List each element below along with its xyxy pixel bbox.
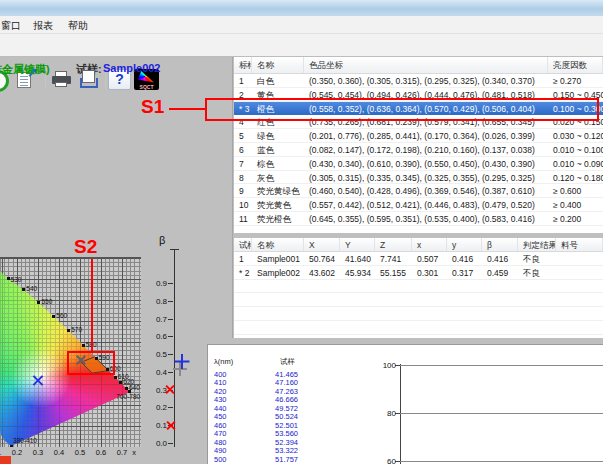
standards-cell: (0.350, 0.360), (0.305, 0.315), (0.295, …: [304, 74, 548, 87]
coating-type-label: 非金属镀膜): [0, 62, 50, 77]
standards-row[interactable]: 1白色(0.350, 0.360), (0.305, 0.315), (0.29…: [234, 74, 603, 88]
standards-table-header: 标样名称色品坐标亮度因数: [234, 57, 603, 74]
samples-col-header[interactable]: X: [304, 238, 340, 251]
beta-tick-label: 0.6: [146, 332, 167, 341]
beta-tick-label: 0.0: [146, 439, 167, 448]
samples-col-header[interactable]: x: [412, 238, 447, 251]
standards-cell: 荧光黄绿色: [252, 184, 304, 197]
standards-cell: 10: [234, 198, 252, 211]
standards-row[interactable]: 5绿色(0.201, 0.776), (0.285, 0.441), (0.17…: [234, 129, 603, 143]
beta-tick-label: 0.7: [146, 315, 167, 324]
beta-tick-label: 0.8: [146, 297, 167, 306]
standards-cell: (0.201, 0.776), (0.285, 0.441), (0.170, …: [304, 129, 548, 142]
standards-row[interactable]: 9荧光黄绿色(0.460, 0.540), (0.428, 0.496), (0…: [234, 184, 603, 198]
wavelength-label: 380-410: [13, 437, 37, 444]
samples-row[interactable]: 1Sample00150.76441.6407.7410.5070.4160.4…: [234, 252, 603, 266]
standards-cell: 白色: [252, 74, 304, 87]
clipped-red-logo: [0, 456, 11, 464]
standards-cell: 0.120 ~ 0.180: [548, 171, 603, 184]
samples-cell: 55.155: [375, 266, 412, 279]
chart-gridline: [400, 461, 603, 462]
standards-cell: (0.430, 0.340), (0.610, 0.390), (0.550, …: [304, 157, 548, 170]
sample-column-header: 试样: [280, 357, 295, 367]
samples-cell: [556, 266, 603, 279]
standards-cell: ≥ 0.200: [548, 212, 603, 225]
spectral-chart-y-axis: [400, 364, 401, 464]
standards-row[interactable]: 8灰色(0.305, 0.315), (0.335, 0.345), (0.32…: [234, 171, 603, 185]
samples-cell: 1: [234, 252, 252, 265]
standards-cell: (0.645, 0.355), (0.595, 0.351), (0.535, …: [304, 212, 548, 225]
samples-cell: Sample002: [252, 266, 304, 279]
standards-row[interactable]: 11荧光橙色(0.645, 0.355), (0.595, 0.351), (0…: [234, 212, 603, 226]
samples-cell: 43.602: [304, 266, 340, 279]
samples-col-header[interactable]: y: [447, 238, 482, 251]
x-axis-tick: 0.5: [72, 448, 88, 457]
chart-tick-label: 80: [376, 409, 396, 418]
standards-cell: 绿色: [252, 129, 304, 142]
beta-tick: [168, 283, 173, 284]
samples-col-header[interactable]: β: [482, 238, 518, 251]
locus-point: [67, 329, 70, 332]
samples-cell: 45.934: [340, 266, 375, 279]
standards-cell: 6: [234, 143, 252, 156]
samples-col-header[interactable]: 料号: [556, 238, 603, 251]
samples-col-header[interactable]: 名称: [252, 238, 304, 251]
beta-tick: [168, 372, 173, 373]
title-bar: [0, 0, 603, 16]
print-button[interactable]: [49, 69, 74, 90]
beta-tick: [168, 407, 173, 408]
standards-cell: 7: [234, 157, 252, 170]
spectral-panel: λ(nm) 试样 40041.46541047.16042047.2634304…: [207, 344, 603, 464]
standards-table: 标样名称色品坐标亮度因数 1白色(0.350, 0.360), (0.305, …: [234, 57, 603, 233]
menu-window[interactable]: 窗口: [1, 19, 21, 33]
beta-tick: [168, 354, 173, 355]
beta-tick-label: 0.1: [146, 421, 167, 430]
samples-row[interactable]: * 2Sample00243.60245.93455.1550.3010.317…: [234, 266, 603, 280]
samples-empty-row: [234, 293, 603, 307]
beta-tick-label: 0.3: [146, 386, 167, 395]
standards-col-header[interactable]: 亮度因数: [548, 57, 603, 73]
x-axis-label: x: [128, 448, 140, 457]
samples-cell: 0.416: [482, 252, 518, 265]
standards-cell: ≥ 0.400: [548, 198, 603, 211]
samples-empty-row: [234, 280, 603, 294]
locus-point: [10, 445, 13, 447]
standards-row[interactable]: 7棕色(0.430, 0.340), (0.610, 0.390), (0.55…: [234, 157, 603, 171]
standards-cell: 1: [234, 74, 252, 87]
beta-tick-label: 0.2: [146, 403, 167, 412]
samples-col-header[interactable]: Z: [375, 238, 412, 251]
standards-cell: 荧光橙色: [252, 212, 304, 225]
standards-cell: 棕色: [252, 157, 304, 170]
samples-cell: Sample001: [252, 252, 304, 265]
samples-col-header[interactable]: 试样: [234, 238, 252, 251]
standards-cell: 11: [234, 212, 252, 225]
reflectance-value: 53.560: [263, 430, 298, 438]
wavelength-column-header: λ(nm): [214, 357, 233, 366]
standards-cell: (0.305, 0.315), (0.335, 0.345), (0.325, …: [304, 171, 548, 184]
s1-annotation: S1: [141, 96, 164, 118]
standards-cell: 0.030 ~ 0.120: [548, 129, 603, 142]
samples-cell: 不良: [518, 252, 556, 265]
beta-tick: [168, 301, 173, 302]
beta-tick: [168, 336, 173, 337]
s1-callout-line: [169, 108, 206, 110]
standards-row[interactable]: 6蓝色(0.082, 0.147), (0.172, 0.198), (0.21…: [234, 143, 603, 157]
wavelength-label: 540: [26, 285, 37, 292]
samples-col-header[interactable]: Y: [340, 238, 375, 251]
standards-row[interactable]: 10荧光黄色(0.557, 0.442), (0.512, 0.421), (0…: [234, 198, 603, 212]
wavelength-label: 700-780: [116, 393, 140, 400]
standards-col-header[interactable]: 标样: [234, 57, 252, 73]
standards-cell: (0.557, 0.442), (0.512, 0.421), (0.446, …: [304, 198, 548, 211]
beta-axis-label: β: [159, 234, 165, 246]
samples-cell: 不良: [518, 266, 556, 279]
menu-report[interactable]: 报表: [33, 19, 53, 33]
samples-col-header[interactable]: 判定结果: [518, 238, 556, 251]
menu-help[interactable]: 帮助: [68, 19, 88, 33]
samples-cell: 7.741: [375, 252, 412, 265]
standards-col-header[interactable]: 名称: [252, 57, 304, 73]
standards-col-header[interactable]: 色品坐标: [304, 57, 548, 73]
wavelength-value: 470: [214, 430, 240, 438]
wavelength-label: 550: [41, 298, 52, 305]
samples-cell: 41.640: [340, 252, 375, 265]
samples-cell: 0.507: [412, 252, 447, 265]
